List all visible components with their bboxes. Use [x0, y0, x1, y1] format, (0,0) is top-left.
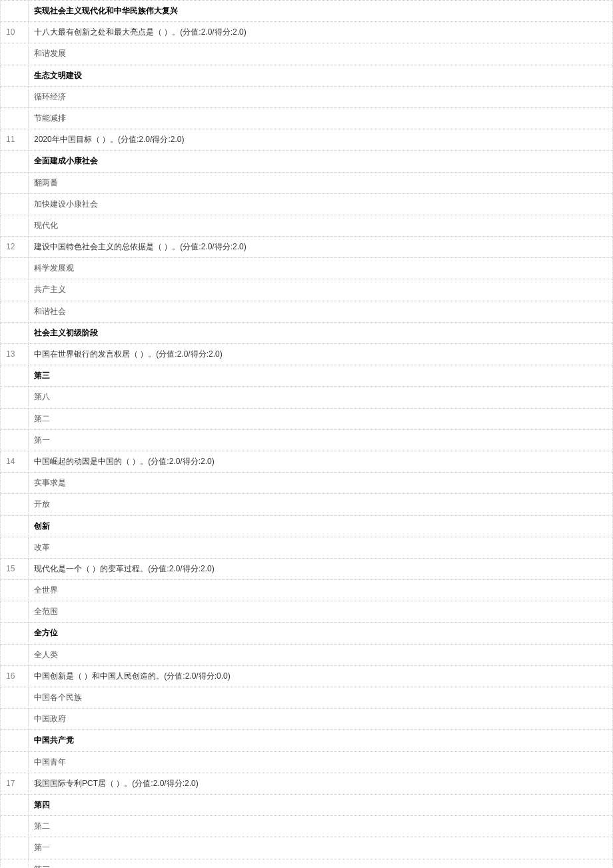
question-text: 中国创新是（ ）和中国人民创造的。(分值:2.0/得分:0.0) — [29, 665, 613, 687]
question-number-cell — [1, 837, 29, 859]
answer-option: 实现社会主义现代化和中华民族伟大复兴 — [29, 1, 613, 22]
answer-option: 第二 — [29, 408, 613, 429]
question-number-cell: 12 — [1, 237, 29, 258]
answer-option: 和谐发展 — [29, 43, 613, 65]
table-row: 中国青年 — [1, 751, 613, 773]
question-number-cell — [1, 515, 29, 537]
question-text: 建设中国特色社会主义的总依据是（ ）。(分值:2.0/得分:2.0) — [29, 237, 613, 258]
question-number-cell: 10 — [1, 22, 29, 43]
table-row: 实事求是 — [1, 473, 613, 494]
question-number-cell — [1, 86, 29, 107]
answer-option: 中国共产党 — [29, 730, 613, 751]
answer-option: 共产主义 — [29, 279, 613, 301]
question-number-cell — [1, 751, 29, 773]
answer-option: 全范围 — [29, 601, 613, 623]
question-number-cell — [1, 794, 29, 815]
question-text: 我国国际专利PCT居（ ）。(分值:2.0/得分:2.0) — [29, 773, 613, 794]
answer-option: 现代化 — [29, 215, 613, 236]
table-row: 16中国创新是（ ）和中国人民创造的。(分值:2.0/得分:0.0) — [1, 665, 613, 687]
question-number-cell: 13 — [1, 344, 29, 365]
question-number-cell — [1, 43, 29, 65]
question-text: 中国在世界银行的发言权居（ ）。(分值:2.0/得分:2.0) — [29, 344, 613, 365]
table-row: 第一 — [1, 837, 613, 859]
table-row: 112020年中国目标（ ）。(分值:2.0/得分:2.0) — [1, 129, 613, 151]
answer-option: 第二 — [29, 816, 613, 837]
question-text: 十八大最有创新之处和最大亮点是（ ）。(分值:2.0/得分:2.0) — [29, 22, 613, 43]
table-row: 循环经济 — [1, 86, 613, 107]
table-row: 全人类 — [1, 644, 613, 665]
answer-option: 第三 — [29, 859, 613, 868]
question-number-cell — [1, 580, 29, 601]
answer-option: 实事求是 — [29, 473, 613, 494]
question-number-cell — [1, 623, 29, 644]
question-number-cell — [1, 322, 29, 343]
table-row: 第一 — [1, 429, 613, 451]
table-row: 节能减排 — [1, 107, 613, 129]
answer-option: 中国各个民族 — [29, 687, 613, 709]
table-row: 17我国国际专利PCT居（ ）。(分值:2.0/得分:2.0) — [1, 773, 613, 794]
table-row: 科学发展观 — [1, 258, 613, 279]
question-number-cell — [1, 193, 29, 215]
table-row: 全世界 — [1, 580, 613, 601]
question-text: 现代化是一个（ ）的变革过程。(分值:2.0/得分:2.0) — [29, 558, 613, 579]
table-row: 第二 — [1, 816, 613, 837]
answer-option: 加快建设小康社会 — [29, 193, 613, 215]
question-number-cell: 11 — [1, 129, 29, 151]
table-row: 翻两番 — [1, 172, 613, 193]
table-row: 改革 — [1, 537, 613, 558]
table-row: 第三 — [1, 365, 613, 387]
question-number-cell: 15 — [1, 558, 29, 579]
question-number-cell — [1, 387, 29, 408]
answer-option: 全世界 — [29, 580, 613, 601]
question-number-cell — [1, 859, 29, 868]
question-text: 中国崛起的动因是中国的（ ）。(分值:2.0/得分:2.0) — [29, 451, 613, 472]
question-number-cell — [1, 408, 29, 429]
table-row: 15现代化是一个（ ）的变革过程。(分值:2.0/得分:2.0) — [1, 558, 613, 579]
table-row: 全范围 — [1, 601, 613, 623]
table-row: 生态文明建设 — [1, 65, 613, 86]
question-number-cell — [1, 172, 29, 193]
question-number-cell — [1, 151, 29, 172]
answer-option: 科学发展观 — [29, 258, 613, 279]
question-number-cell — [1, 816, 29, 837]
answer-option: 生态文明建设 — [29, 65, 613, 86]
answer-option: 节能减排 — [29, 107, 613, 129]
question-number-cell — [1, 473, 29, 494]
table-row: 和谐社会 — [1, 301, 613, 322]
question-number-cell — [1, 537, 29, 558]
table-row: 实现社会主义现代化和中华民族伟大复兴 — [1, 1, 613, 22]
question-number-cell: 14 — [1, 451, 29, 472]
question-number-cell — [1, 365, 29, 387]
table-row: 第三 — [1, 859, 613, 868]
quiz-table: 实现社会主义现代化和中华民族伟大复兴 10十八大最有创新之处和最大亮点是（ ）。… — [0, 0, 613, 868]
table-row: 社会主义初级阶段 — [1, 322, 613, 343]
question-number-cell: 17 — [1, 773, 29, 794]
answer-option: 和谐社会 — [29, 301, 613, 322]
question-number-cell — [1, 687, 29, 709]
table-row: 共产主义 — [1, 279, 613, 301]
question-number-cell — [1, 730, 29, 751]
question-number-cell — [1, 1, 29, 22]
answer-option: 第一 — [29, 837, 613, 859]
question-number-cell — [1, 644, 29, 665]
question-number-cell — [1, 709, 29, 730]
answer-option: 第一 — [29, 429, 613, 451]
question-number-cell — [1, 215, 29, 236]
answer-option: 全方位 — [29, 623, 613, 644]
question-number-cell — [1, 65, 29, 86]
table-row: 创新 — [1, 515, 613, 537]
answer-option: 第四 — [29, 794, 613, 815]
table-row: 第八 — [1, 387, 613, 408]
question-number-cell — [1, 107, 29, 129]
table-row: 加快建设小康社会 — [1, 193, 613, 215]
answer-option: 循环经济 — [29, 86, 613, 107]
answer-option: 第三 — [29, 365, 613, 387]
question-text: 2020年中国目标（ ）。(分值:2.0/得分:2.0) — [29, 129, 613, 151]
table-row: 10十八大最有创新之处和最大亮点是（ ）。(分值:2.0/得分:2.0) — [1, 22, 613, 43]
table-row: 现代化 — [1, 215, 613, 236]
table-row: 中国各个民族 — [1, 687, 613, 709]
answer-option: 全面建成小康社会 — [29, 151, 613, 172]
question-number-cell — [1, 258, 29, 279]
table-row: 12建设中国特色社会主义的总依据是（ ）。(分值:2.0/得分:2.0) — [1, 237, 613, 258]
question-number-cell — [1, 279, 29, 301]
